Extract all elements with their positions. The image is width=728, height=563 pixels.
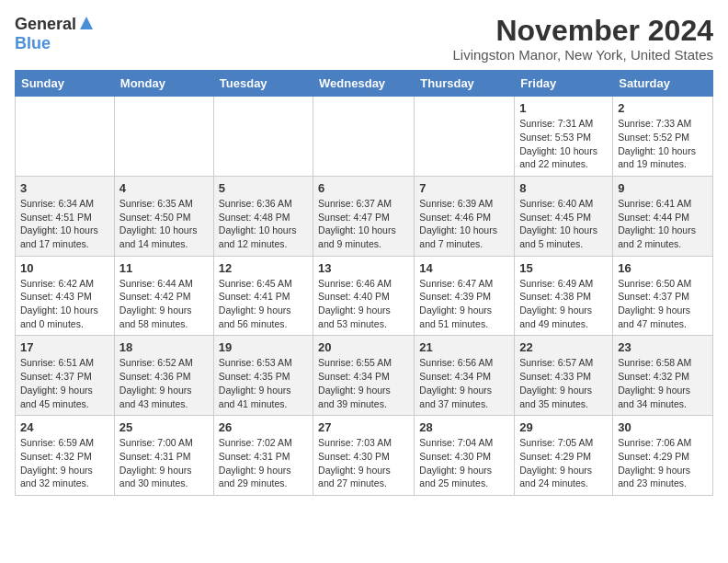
day-number: 2 <box>618 101 708 115</box>
calendar-cell: 15Sunrise: 6:49 AM Sunset: 4:38 PM Dayli… <box>515 256 613 336</box>
month-title: November 2024 <box>453 15 714 47</box>
day-info: Sunrise: 6:49 AM Sunset: 4:38 PM Dayligh… <box>519 277 608 331</box>
calendar-cell: 7Sunrise: 6:39 AM Sunset: 4:46 PM Daylig… <box>415 176 515 256</box>
calendar-cell: 24Sunrise: 6:59 AM Sunset: 4:32 PM Dayli… <box>16 416 115 496</box>
day-number: 5 <box>219 181 308 195</box>
day-info: Sunrise: 6:59 AM Sunset: 4:32 PM Dayligh… <box>20 436 109 490</box>
day-info: Sunrise: 7:06 AM Sunset: 4:29 PM Dayligh… <box>618 436 708 490</box>
calendar-cell: 4Sunrise: 6:35 AM Sunset: 4:50 PM Daylig… <box>114 176 213 256</box>
day-number: 19 <box>219 340 308 354</box>
day-number: 29 <box>519 420 608 434</box>
header-wednesday: Wednesday <box>313 71 415 97</box>
calendar-cell: 23Sunrise: 6:58 AM Sunset: 4:32 PM Dayli… <box>613 336 713 416</box>
calendar-cell: 27Sunrise: 7:03 AM Sunset: 4:30 PM Dayli… <box>313 416 415 496</box>
day-info: Sunrise: 6:55 AM Sunset: 4:34 PM Dayligh… <box>318 356 409 410</box>
day-info: Sunrise: 6:58 AM Sunset: 4:32 PM Dayligh… <box>618 356 708 410</box>
calendar-cell: 26Sunrise: 7:02 AM Sunset: 4:31 PM Dayli… <box>213 416 313 496</box>
calendar-cell: 22Sunrise: 6:57 AM Sunset: 4:33 PM Dayli… <box>515 336 613 416</box>
calendar-cell: 2Sunrise: 7:33 AM Sunset: 5:52 PM Daylig… <box>613 97 713 177</box>
day-number: 3 <box>20 181 109 195</box>
day-number: 1 <box>519 101 608 115</box>
calendar-row-4: 24Sunrise: 6:59 AM Sunset: 4:32 PM Dayli… <box>16 416 713 496</box>
day-info: Sunrise: 7:04 AM Sunset: 4:30 PM Dayligh… <box>419 436 509 490</box>
day-number: 12 <box>219 261 308 275</box>
title-block: November 2024 Livingston Manor, New York… <box>453 15 714 63</box>
calendar-cell: 10Sunrise: 6:42 AM Sunset: 4:43 PM Dayli… <box>16 256 115 336</box>
calendar-cell: 14Sunrise: 6:47 AM Sunset: 4:39 PM Dayli… <box>415 256 515 336</box>
calendar-row-3: 17Sunrise: 6:51 AM Sunset: 4:37 PM Dayli… <box>16 336 713 416</box>
day-info: Sunrise: 6:35 AM Sunset: 4:50 PM Dayligh… <box>119 197 209 251</box>
day-info: Sunrise: 6:36 AM Sunset: 4:48 PM Dayligh… <box>219 197 308 251</box>
day-number: 20 <box>318 340 409 354</box>
day-info: Sunrise: 6:50 AM Sunset: 4:37 PM Dayligh… <box>618 277 708 331</box>
calendar-cell <box>213 97 313 177</box>
day-info: Sunrise: 7:31 AM Sunset: 5:53 PM Dayligh… <box>519 117 608 171</box>
calendar-cell: 13Sunrise: 6:46 AM Sunset: 4:40 PM Dayli… <box>313 256 415 336</box>
calendar-cell: 21Sunrise: 6:56 AM Sunset: 4:34 PM Dayli… <box>415 336 515 416</box>
day-info: Sunrise: 6:44 AM Sunset: 4:42 PM Dayligh… <box>119 277 209 331</box>
calendar-header-row: SundayMondayTuesdayWednesdayThursdayFrid… <box>16 71 713 97</box>
day-info: Sunrise: 6:45 AM Sunset: 4:41 PM Dayligh… <box>219 277 308 331</box>
day-number: 25 <box>119 420 209 434</box>
calendar-cell: 9Sunrise: 6:41 AM Sunset: 4:44 PM Daylig… <box>613 176 713 256</box>
day-number: 16 <box>618 261 708 275</box>
day-info: Sunrise: 6:47 AM Sunset: 4:39 PM Dayligh… <box>419 277 509 331</box>
logo-general-text: General <box>15 16 76 34</box>
day-number: 30 <box>618 420 708 434</box>
day-number: 11 <box>119 261 209 275</box>
day-info: Sunrise: 6:39 AM Sunset: 4:46 PM Dayligh… <box>419 197 509 251</box>
header-sunday: Sunday <box>16 71 115 97</box>
calendar-table: SundayMondayTuesdayWednesdayThursdayFrid… <box>15 70 713 496</box>
calendar-cell: 25Sunrise: 7:00 AM Sunset: 4:31 PM Dayli… <box>114 416 213 496</box>
calendar-cell: 17Sunrise: 6:51 AM Sunset: 4:37 PM Dayli… <box>16 336 115 416</box>
calendar-cell: 18Sunrise: 6:52 AM Sunset: 4:36 PM Dayli… <box>114 336 213 416</box>
day-number: 23 <box>618 340 708 354</box>
day-number: 7 <box>419 181 509 195</box>
calendar-cell <box>313 97 415 177</box>
calendar-cell: 16Sunrise: 6:50 AM Sunset: 4:37 PM Dayli… <box>613 256 713 336</box>
day-number: 21 <box>419 340 509 354</box>
day-info: Sunrise: 6:40 AM Sunset: 4:45 PM Dayligh… <box>519 197 608 251</box>
day-number: 15 <box>519 261 608 275</box>
calendar-cell <box>16 97 115 177</box>
calendar-cell: 30Sunrise: 7:06 AM Sunset: 4:29 PM Dayli… <box>613 416 713 496</box>
calendar-cell: 1Sunrise: 7:31 AM Sunset: 5:53 PM Daylig… <box>515 97 613 177</box>
page-header: General Blue November 2024 Livingston Ma… <box>15 15 713 63</box>
calendar-cell: 5Sunrise: 6:36 AM Sunset: 4:48 PM Daylig… <box>213 176 313 256</box>
day-number: 18 <box>119 340 209 354</box>
day-number: 24 <box>20 420 109 434</box>
calendar-cell: 19Sunrise: 6:53 AM Sunset: 4:35 PM Dayli… <box>213 336 313 416</box>
day-info: Sunrise: 6:56 AM Sunset: 4:34 PM Dayligh… <box>419 356 509 410</box>
day-info: Sunrise: 6:51 AM Sunset: 4:37 PM Dayligh… <box>20 356 109 410</box>
calendar-cell: 11Sunrise: 6:44 AM Sunset: 4:42 PM Dayli… <box>114 256 213 336</box>
header-tuesday: Tuesday <box>213 71 313 97</box>
svg-marker-0 <box>80 17 93 29</box>
day-info: Sunrise: 6:46 AM Sunset: 4:40 PM Dayligh… <box>318 277 409 331</box>
logo-triangle-icon <box>78 15 95 31</box>
day-info: Sunrise: 6:52 AM Sunset: 4:36 PM Dayligh… <box>119 356 209 410</box>
day-number: 10 <box>20 261 109 275</box>
day-info: Sunrise: 6:53 AM Sunset: 4:35 PM Dayligh… <box>219 356 308 410</box>
day-info: Sunrise: 7:03 AM Sunset: 4:30 PM Dayligh… <box>318 436 409 490</box>
calendar-cell: 12Sunrise: 6:45 AM Sunset: 4:41 PM Dayli… <box>213 256 313 336</box>
day-info: Sunrise: 6:57 AM Sunset: 4:33 PM Dayligh… <box>519 356 608 410</box>
day-number: 28 <box>419 420 509 434</box>
day-info: Sunrise: 6:34 AM Sunset: 4:51 PM Dayligh… <box>20 197 109 251</box>
calendar-row-0: 1Sunrise: 7:31 AM Sunset: 5:53 PM Daylig… <box>16 97 713 177</box>
logo: General Blue <box>15 15 95 52</box>
day-number: 9 <box>618 181 708 195</box>
header-friday: Friday <box>515 71 613 97</box>
calendar-row-1: 3Sunrise: 6:34 AM Sunset: 4:51 PM Daylig… <box>16 176 713 256</box>
calendar-cell: 28Sunrise: 7:04 AM Sunset: 4:30 PM Dayli… <box>415 416 515 496</box>
day-number: 14 <box>419 261 509 275</box>
calendar-cell <box>415 97 515 177</box>
calendar-cell: 3Sunrise: 6:34 AM Sunset: 4:51 PM Daylig… <box>16 176 115 256</box>
day-info: Sunrise: 6:41 AM Sunset: 4:44 PM Dayligh… <box>618 197 708 251</box>
day-number: 4 <box>119 181 209 195</box>
day-info: Sunrise: 7:33 AM Sunset: 5:52 PM Dayligh… <box>618 117 708 171</box>
day-number: 8 <box>519 181 608 195</box>
calendar-cell: 6Sunrise: 6:37 AM Sunset: 4:47 PM Daylig… <box>313 176 415 256</box>
day-number: 26 <box>219 420 308 434</box>
header-saturday: Saturday <box>613 71 713 97</box>
day-info: Sunrise: 6:42 AM Sunset: 4:43 PM Dayligh… <box>20 277 109 331</box>
